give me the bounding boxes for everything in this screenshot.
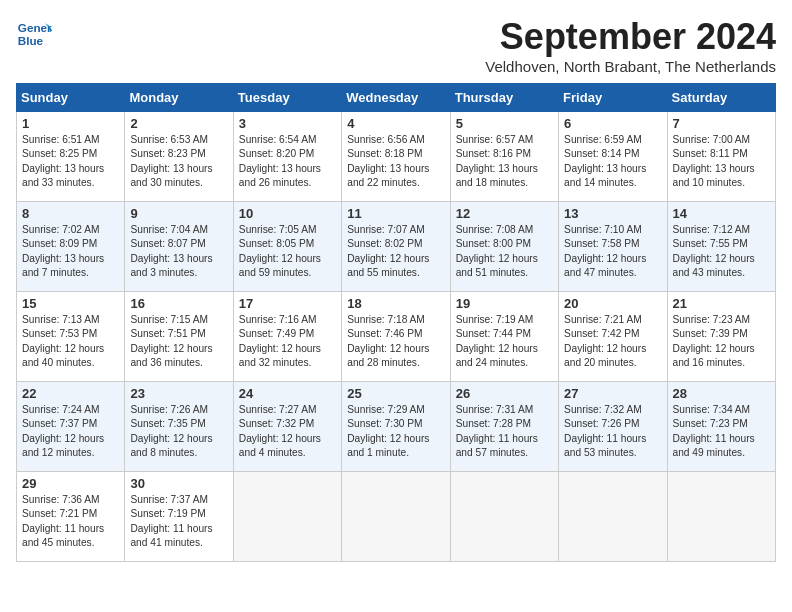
cell-info: Sunrise: 7:36 AM Sunset: 7:21 PM Dayligh… bbox=[22, 493, 119, 550]
calendar-cell-day: 14Sunrise: 7:12 AM Sunset: 7:55 PM Dayli… bbox=[667, 202, 775, 292]
calendar-cell-day: 22Sunrise: 7:24 AM Sunset: 7:37 PM Dayli… bbox=[17, 382, 125, 472]
cell-info: Sunrise: 6:53 AM Sunset: 8:23 PM Dayligh… bbox=[130, 133, 227, 190]
cell-info: Sunrise: 6:51 AM Sunset: 8:25 PM Dayligh… bbox=[22, 133, 119, 190]
day-number: 10 bbox=[239, 206, 336, 221]
calendar-cell-day: 21Sunrise: 7:23 AM Sunset: 7:39 PM Dayli… bbox=[667, 292, 775, 382]
calendar-cell-day: 9Sunrise: 7:04 AM Sunset: 8:07 PM Daylig… bbox=[125, 202, 233, 292]
location-title: Veldhoven, North Brabant, The Netherland… bbox=[485, 58, 776, 75]
calendar-cell-day: 5Sunrise: 6:57 AM Sunset: 8:16 PM Daylig… bbox=[450, 112, 558, 202]
calendar-cell-day: 20Sunrise: 7:21 AM Sunset: 7:42 PM Dayli… bbox=[559, 292, 667, 382]
calendar-week-row: 15Sunrise: 7:13 AM Sunset: 7:53 PM Dayli… bbox=[17, 292, 776, 382]
calendar-cell-day: 19Sunrise: 7:19 AM Sunset: 7:44 PM Dayli… bbox=[450, 292, 558, 382]
calendar-cell-day: 3Sunrise: 6:54 AM Sunset: 8:20 PM Daylig… bbox=[233, 112, 341, 202]
day-number: 15 bbox=[22, 296, 119, 311]
day-number: 14 bbox=[673, 206, 770, 221]
cell-info: Sunrise: 7:13 AM Sunset: 7:53 PM Dayligh… bbox=[22, 313, 119, 370]
cell-info: Sunrise: 7:19 AM Sunset: 7:44 PM Dayligh… bbox=[456, 313, 553, 370]
calendar-table: SundayMondayTuesdayWednesdayThursdayFrid… bbox=[16, 83, 776, 562]
calendar-week-row: 22Sunrise: 7:24 AM Sunset: 7:37 PM Dayli… bbox=[17, 382, 776, 472]
day-number: 18 bbox=[347, 296, 444, 311]
calendar-cell-day: 13Sunrise: 7:10 AM Sunset: 7:58 PM Dayli… bbox=[559, 202, 667, 292]
weekday-header-saturday: Saturday bbox=[667, 84, 775, 112]
logo: General Blue bbox=[16, 16, 52, 52]
cell-info: Sunrise: 6:56 AM Sunset: 8:18 PM Dayligh… bbox=[347, 133, 444, 190]
calendar-cell-day: 11Sunrise: 7:07 AM Sunset: 8:02 PM Dayli… bbox=[342, 202, 450, 292]
day-number: 24 bbox=[239, 386, 336, 401]
calendar-cell-day: 10Sunrise: 7:05 AM Sunset: 8:05 PM Dayli… bbox=[233, 202, 341, 292]
day-number: 9 bbox=[130, 206, 227, 221]
calendar-cell-day: 18Sunrise: 7:18 AM Sunset: 7:46 PM Dayli… bbox=[342, 292, 450, 382]
day-number: 12 bbox=[456, 206, 553, 221]
day-number: 13 bbox=[564, 206, 661, 221]
day-number: 16 bbox=[130, 296, 227, 311]
day-number: 6 bbox=[564, 116, 661, 131]
calendar-cell-empty bbox=[667, 472, 775, 562]
cell-info: Sunrise: 7:31 AM Sunset: 7:28 PM Dayligh… bbox=[456, 403, 553, 460]
cell-info: Sunrise: 7:07 AM Sunset: 8:02 PM Dayligh… bbox=[347, 223, 444, 280]
day-number: 20 bbox=[564, 296, 661, 311]
day-number: 22 bbox=[22, 386, 119, 401]
cell-info: Sunrise: 7:15 AM Sunset: 7:51 PM Dayligh… bbox=[130, 313, 227, 370]
day-number: 26 bbox=[456, 386, 553, 401]
weekday-header-friday: Friday bbox=[559, 84, 667, 112]
calendar-cell-day: 30Sunrise: 7:37 AM Sunset: 7:19 PM Dayli… bbox=[125, 472, 233, 562]
svg-text:General: General bbox=[18, 21, 52, 34]
cell-info: Sunrise: 7:10 AM Sunset: 7:58 PM Dayligh… bbox=[564, 223, 661, 280]
cell-info: Sunrise: 7:23 AM Sunset: 7:39 PM Dayligh… bbox=[673, 313, 770, 370]
logo-icon: General Blue bbox=[16, 16, 52, 52]
page-header: General Blue September 2024 Veldhoven, N… bbox=[16, 16, 776, 75]
calendar-header-row: SundayMondayTuesdayWednesdayThursdayFrid… bbox=[17, 84, 776, 112]
weekday-header-wednesday: Wednesday bbox=[342, 84, 450, 112]
calendar-cell-empty bbox=[342, 472, 450, 562]
cell-info: Sunrise: 6:54 AM Sunset: 8:20 PM Dayligh… bbox=[239, 133, 336, 190]
cell-info: Sunrise: 7:08 AM Sunset: 8:00 PM Dayligh… bbox=[456, 223, 553, 280]
calendar-cell-day: 4Sunrise: 6:56 AM Sunset: 8:18 PM Daylig… bbox=[342, 112, 450, 202]
calendar-week-row: 29Sunrise: 7:36 AM Sunset: 7:21 PM Dayli… bbox=[17, 472, 776, 562]
calendar-cell-empty bbox=[450, 472, 558, 562]
cell-info: Sunrise: 7:12 AM Sunset: 7:55 PM Dayligh… bbox=[673, 223, 770, 280]
calendar-cell-day: 12Sunrise: 7:08 AM Sunset: 8:00 PM Dayli… bbox=[450, 202, 558, 292]
calendar-cell-day: 25Sunrise: 7:29 AM Sunset: 7:30 PM Dayli… bbox=[342, 382, 450, 472]
day-number: 28 bbox=[673, 386, 770, 401]
calendar-body: 1Sunrise: 6:51 AM Sunset: 8:25 PM Daylig… bbox=[17, 112, 776, 562]
cell-info: Sunrise: 7:04 AM Sunset: 8:07 PM Dayligh… bbox=[130, 223, 227, 280]
weekday-header-thursday: Thursday bbox=[450, 84, 558, 112]
calendar-cell-day: 17Sunrise: 7:16 AM Sunset: 7:49 PM Dayli… bbox=[233, 292, 341, 382]
calendar-cell-day: 15Sunrise: 7:13 AM Sunset: 7:53 PM Dayli… bbox=[17, 292, 125, 382]
day-number: 3 bbox=[239, 116, 336, 131]
day-number: 7 bbox=[673, 116, 770, 131]
day-number: 17 bbox=[239, 296, 336, 311]
day-number: 11 bbox=[347, 206, 444, 221]
cell-info: Sunrise: 6:57 AM Sunset: 8:16 PM Dayligh… bbox=[456, 133, 553, 190]
calendar-cell-day: 28Sunrise: 7:34 AM Sunset: 7:23 PM Dayli… bbox=[667, 382, 775, 472]
day-number: 27 bbox=[564, 386, 661, 401]
calendar-cell-day: 16Sunrise: 7:15 AM Sunset: 7:51 PM Dayli… bbox=[125, 292, 233, 382]
cell-info: Sunrise: 7:00 AM Sunset: 8:11 PM Dayligh… bbox=[673, 133, 770, 190]
cell-info: Sunrise: 6:59 AM Sunset: 8:14 PM Dayligh… bbox=[564, 133, 661, 190]
day-number: 21 bbox=[673, 296, 770, 311]
cell-info: Sunrise: 7:32 AM Sunset: 7:26 PM Dayligh… bbox=[564, 403, 661, 460]
calendar-cell-day: 26Sunrise: 7:31 AM Sunset: 7:28 PM Dayli… bbox=[450, 382, 558, 472]
month-title: September 2024 bbox=[485, 16, 776, 58]
calendar-week-row: 8Sunrise: 7:02 AM Sunset: 8:09 PM Daylig… bbox=[17, 202, 776, 292]
day-number: 1 bbox=[22, 116, 119, 131]
cell-info: Sunrise: 7:02 AM Sunset: 8:09 PM Dayligh… bbox=[22, 223, 119, 280]
day-number: 4 bbox=[347, 116, 444, 131]
calendar-cell-empty bbox=[233, 472, 341, 562]
svg-text:Blue: Blue bbox=[18, 34, 44, 47]
cell-info: Sunrise: 7:05 AM Sunset: 8:05 PM Dayligh… bbox=[239, 223, 336, 280]
calendar-cell-day: 29Sunrise: 7:36 AM Sunset: 7:21 PM Dayli… bbox=[17, 472, 125, 562]
calendar-cell-day: 1Sunrise: 6:51 AM Sunset: 8:25 PM Daylig… bbox=[17, 112, 125, 202]
calendar-cell-day: 6Sunrise: 6:59 AM Sunset: 8:14 PM Daylig… bbox=[559, 112, 667, 202]
day-number: 8 bbox=[22, 206, 119, 221]
weekday-header-sunday: Sunday bbox=[17, 84, 125, 112]
calendar-week-row: 1Sunrise: 6:51 AM Sunset: 8:25 PM Daylig… bbox=[17, 112, 776, 202]
day-number: 5 bbox=[456, 116, 553, 131]
calendar-cell-day: 7Sunrise: 7:00 AM Sunset: 8:11 PM Daylig… bbox=[667, 112, 775, 202]
calendar-cell-day: 8Sunrise: 7:02 AM Sunset: 8:09 PM Daylig… bbox=[17, 202, 125, 292]
calendar-cell-day: 23Sunrise: 7:26 AM Sunset: 7:35 PM Dayli… bbox=[125, 382, 233, 472]
day-number: 25 bbox=[347, 386, 444, 401]
calendar-cell-empty bbox=[559, 472, 667, 562]
cell-info: Sunrise: 7:29 AM Sunset: 7:30 PM Dayligh… bbox=[347, 403, 444, 460]
calendar-cell-day: 24Sunrise: 7:27 AM Sunset: 7:32 PM Dayli… bbox=[233, 382, 341, 472]
